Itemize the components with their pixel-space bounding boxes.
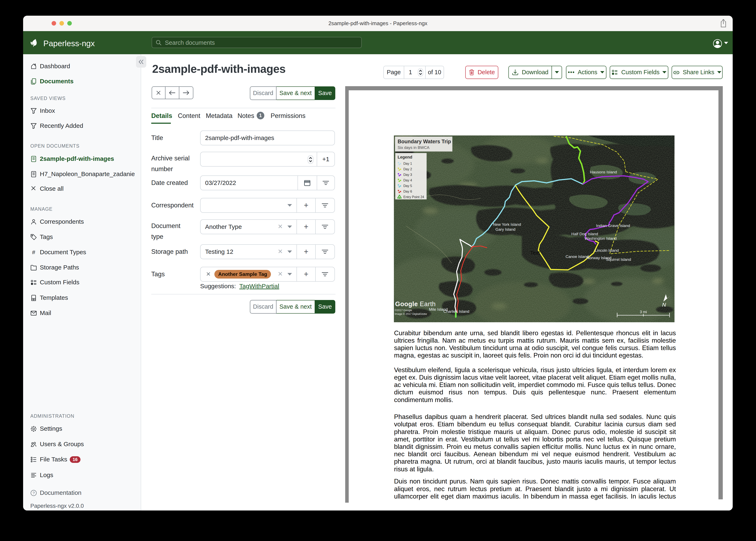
svg-text:Washington Island: Washington Island xyxy=(585,236,617,241)
svg-text:Day 1: Day 1 xyxy=(403,162,412,165)
svg-text:Canoe Island: Canoe Island xyxy=(566,255,589,259)
svg-text:?: ? xyxy=(33,491,35,495)
svg-text:Squirrel Island: Squirrel Island xyxy=(606,257,631,262)
svg-text:Half Dog Island: Half Dog Island xyxy=(571,232,598,236)
svg-text:New York Island: New York Island xyxy=(493,222,521,227)
svg-text:Charlies Island: Charlies Island xyxy=(443,309,469,313)
svg-text:Image © 2017 DigitalGlobe: Image © 2017 DigitalGlobe xyxy=(395,312,427,315)
svg-text:N: N xyxy=(662,301,666,308)
svg-text:#: # xyxy=(32,249,35,256)
svg-text:Google Earth: Google Earth xyxy=(395,300,436,307)
svg-text:Lincoln Island: Lincoln Island xyxy=(595,248,619,253)
svg-text:Day 6: Day 6 xyxy=(403,190,412,193)
svg-text:Day 3: Day 3 xyxy=(403,173,412,177)
svg-text:3 mi: 3 mi xyxy=(640,310,647,314)
svg-text:Legend: Legend xyxy=(398,155,412,159)
svg-text:Day 5: Day 5 xyxy=(403,184,412,188)
svg-text:Day 4: Day 4 xyxy=(403,179,412,182)
svg-text:Gary Island: Gary Island xyxy=(495,227,515,232)
svg-text:Boundary Waters Trip: Boundary Waters Trip xyxy=(398,139,451,144)
svg-text:©2017 Google: ©2017 Google xyxy=(395,308,412,312)
svg-text:Day 2: Day 2 xyxy=(403,168,412,171)
svg-text:Six days in BWCA: Six days in BWCA xyxy=(398,145,429,150)
svg-text:Entry Point 24: Entry Point 24 xyxy=(403,195,424,199)
svg-text:Hausons Island: Hausons Island xyxy=(590,170,617,174)
svg-text:Text: Text xyxy=(530,250,540,256)
svg-text:Indian Grave Island: Indian Grave Island xyxy=(596,224,630,228)
